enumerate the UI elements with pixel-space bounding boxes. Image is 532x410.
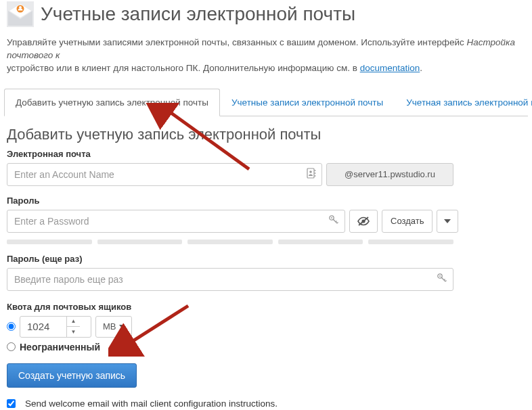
- intro-part1: Управляйте учетными записями электронной…: [7, 37, 466, 47]
- strength-seg: [97, 240, 183, 244]
- quota-number-field: ▲ ▼: [20, 316, 91, 338]
- strength-seg: [187, 240, 273, 244]
- quota-unit-label: MB: [103, 321, 116, 332]
- welcome-email-row: Send welcome email with mail client conf…: [7, 398, 525, 409]
- svg-line-21: [444, 279, 445, 281]
- contacts-icon: [307, 168, 316, 181]
- quota-step-up[interactable]: ▲: [67, 317, 80, 327]
- password2-field-wrapper: [7, 268, 453, 291]
- quota-fixed-row: ▲ ▼ MB: [7, 316, 525, 338]
- tab-list-accounts[interactable]: Учетные записи электронной почты: [220, 89, 395, 116]
- quota-unit-dropdown[interactable]: MB: [95, 316, 132, 338]
- tab-add-account[interactable]: Добавить учетную запись электронной почт…: [4, 89, 220, 116]
- quota-spinner: ▲ ▼: [66, 317, 80, 337]
- welcome-email-label: Send welcome email with mail client conf…: [25, 398, 278, 409]
- add-account-form: Электронная почта @server11.pwstudio.ru …: [0, 149, 532, 410]
- create-account-button[interactable]: Создать учетную запись: [7, 363, 137, 388]
- svg-point-11: [331, 217, 332, 219]
- strength-seg: [7, 240, 92, 244]
- svg-line-14: [337, 223, 338, 224]
- strength-seg: [368, 240, 453, 244]
- quota-step-down[interactable]: ▼: [67, 327, 80, 337]
- domain-addon: @server11.pwstudio.ru: [326, 163, 453, 186]
- quota-unlimited-label: Неограниченный: [20, 342, 100, 352]
- quota-unlimited-row: Неограниченный: [7, 342, 525, 352]
- password-input[interactable]: [13, 210, 324, 232]
- password2-label: Пароль (еще раз): [7, 254, 525, 264]
- strength-seg: [278, 240, 363, 244]
- email-input[interactable]: [13, 164, 303, 185]
- section-title: Добавить учетную запись электронной почт…: [7, 126, 525, 143]
- tabs: Добавить учетную запись электронной почт…: [4, 89, 528, 116]
- welcome-email-checkbox[interactable]: [7, 399, 16, 408]
- documentation-link[interactable]: documentation: [360, 63, 420, 73]
- page-header: Учетные записи электронной почты: [0, 0, 532, 31]
- svg-rect-5: [307, 168, 314, 178]
- toggle-password-visibility[interactable]: [349, 210, 378, 233]
- key-icon: [328, 214, 339, 227]
- key-icon: [437, 273, 447, 286]
- svg-marker-23: [119, 325, 125, 328]
- intro-text: Управляйте учетными записями электронной…: [0, 31, 532, 79]
- password-field-wrapper: [7, 210, 345, 233]
- quota-label: Квота для почтовых ящиков: [7, 302, 525, 312]
- quota-input[interactable]: [26, 320, 66, 333]
- password-label: Пароль: [7, 196, 525, 206]
- quota-fixed-radio[interactable]: [7, 322, 16, 331]
- email-label: Электронная почта: [7, 149, 525, 159]
- mail-account-icon: [7, 1, 34, 27]
- email-field-wrapper: [7, 163, 322, 186]
- svg-marker-17: [444, 219, 451, 223]
- svg-point-4: [19, 6, 22, 9]
- password2-input[interactable]: [13, 269, 433, 290]
- page-title: Учетные записи электронной почты: [41, 3, 355, 25]
- svg-point-6: [309, 170, 312, 173]
- password-strength-meter: [7, 240, 453, 244]
- intro-part2: устройство или в клиент для настольного …: [7, 63, 360, 73]
- quota-unlimited-radio[interactable]: [7, 342, 16, 351]
- svg-line-13: [336, 221, 337, 223]
- generate-options-dropdown[interactable]: [437, 210, 458, 233]
- generate-password-button[interactable]: Создать: [382, 210, 433, 233]
- svg-point-19: [439, 275, 441, 277]
- intro-part3: .: [420, 63, 422, 73]
- tab-default-account[interactable]: Учетная запись электронной почты по: [395, 89, 532, 116]
- svg-line-22: [445, 281, 447, 282]
